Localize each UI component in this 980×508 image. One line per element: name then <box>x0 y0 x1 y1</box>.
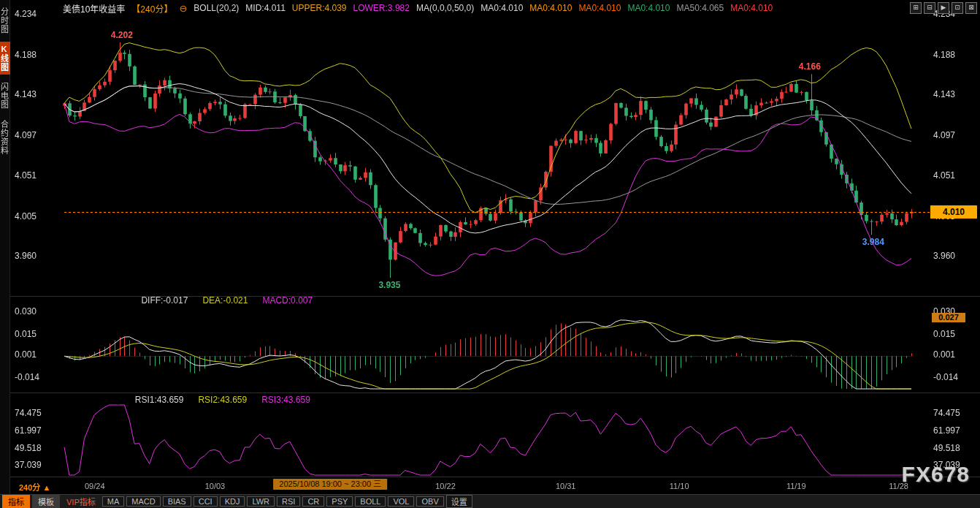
indicator-value: LOWER:3.982 <box>353 3 410 13</box>
macd-values: DIFF:-0.017DEA:-0.021MACD:0.007 <box>134 295 320 306</box>
last-price-badge: 4.010 <box>930 205 977 219</box>
toolbar-button[interactable]: PSY <box>326 496 353 507</box>
indicator-value: MA0:4.010 <box>529 3 572 13</box>
toolbar-button[interactable]: OBV <box>416 496 443 507</box>
window-control-icon-1[interactable]: ⊞ <box>910 2 922 14</box>
toolbar-button[interactable]: MA <box>102 496 125 507</box>
macd-panel-header: MACD(26,12,9)DIFF:-0.017DEA:-0.021MACD:0… <box>66 295 327 306</box>
rsi-values: RSI1:43.659RSI2:43.659RSI3:43.659 <box>128 395 318 405</box>
panel-indicator-value: RSI1:43.659 <box>135 395 184 405</box>
sidebar-tab[interactable]: 合约资料 <box>0 117 10 158</box>
toolbar-button[interactable]: KDJ <box>220 496 245 507</box>
panel-indicator-value: RSI2:43.659 <box>198 395 247 405</box>
bottom-period-label[interactable]: 240分 ▲ <box>19 481 50 493</box>
indicator-value: MA0:4.010 <box>627 3 670 13</box>
toolbar-button[interactable]: CR <box>302 496 324 507</box>
indicator-value: MA0:4.010 <box>730 3 773 13</box>
chart-title: 美债10年收益率 <box>63 2 125 15</box>
indicator-value: UPPER:4.039 <box>292 3 347 13</box>
indicator-value: MA0:4.010 <box>481 3 523 13</box>
indicator-value: MA0:4.010 <box>578 3 621 13</box>
toolbar-button[interactable]: MACD <box>126 496 160 507</box>
period-tag: 【240分】 <box>131 2 172 15</box>
candlestick-chart-canvas[interactable] <box>0 0 980 508</box>
chart-type-sidebar: 分时图K线图闪电图合约资料 <box>0 0 10 508</box>
window-control-icon-4[interactable]: ⊡ <box>952 2 963 14</box>
toolbar-button[interactable]: RSI <box>277 496 300 507</box>
indicator-value: MA50:4.065 <box>676 3 724 13</box>
toolbar-button[interactable]: BIAS <box>163 496 191 507</box>
panel-indicator-value: RSI3:43.659 <box>261 395 310 405</box>
indicator-toolbar: 指标模板VIP指标MAMACDBIASCCIKDJLWRRSICRPSYBOLL… <box>0 494 980 508</box>
toolbar-button[interactable]: 设置 <box>446 495 472 508</box>
indicator-value: MA(0,0,0,50,0) <box>416 3 474 13</box>
toolbar-button[interactable]: VIP指标 <box>62 495 100 508</box>
toolbar-button[interactable]: 模板 <box>32 495 60 508</box>
toolbar-button[interactable]: LWR <box>247 496 275 507</box>
toolbar-button[interactable]: BOLL <box>355 496 386 507</box>
toolbar-button[interactable]: VOL <box>388 496 414 507</box>
crosshair-date-badge: 2025/10/08 19:00 ~ 23:00 三 <box>273 479 387 490</box>
sidebar-tab[interactable]: 闪电图 <box>0 80 10 112</box>
cycle-link-icon[interactable]: ⊖ <box>179 3 187 14</box>
panel-indicator-value: MACD:0.007 <box>262 295 313 306</box>
indicator-value: MID:4.011 <box>245 3 285 13</box>
macd-label: MACD(26,12,9) <box>66 295 126 306</box>
rsi-panel-header: RSI(14,14,14)RSI1:43.659RSI2:43.659RSI3:… <box>66 395 325 405</box>
panel-indicator-value: DIFF:-0.017 <box>141 295 188 306</box>
window-control-icon-2[interactable]: ⊟ <box>924 2 935 14</box>
indicator-header-bar: 美债10年收益率 【240分】 ⊖ BOLL(20,2)MID:4.011UPP… <box>10 0 980 16</box>
window-controls: ⊞⊟▶⊡⊠ <box>910 2 977 14</box>
window-control-icon-3[interactable]: ▶ <box>938 2 949 14</box>
indicator-value: BOLL(20,2) <box>194 3 239 13</box>
toolbar-button[interactable]: 指标 <box>2 495 30 508</box>
panel-indicator-value: DEA:-0.021 <box>202 295 248 306</box>
sidebar-tab[interactable]: K线图 <box>0 42 10 75</box>
fx678-watermark: FX678 <box>902 462 970 487</box>
window-control-icon-5[interactable]: ⊠ <box>965 2 977 14</box>
indicator-values: BOLL(20,2)MID:4.011UPPER:4.039LOWER:3.98… <box>194 3 779 13</box>
macd-value-badge: 0.027 <box>932 313 965 322</box>
rsi-label: RSI(14,14,14) <box>66 395 120 405</box>
sidebar-tab[interactable]: 分时图 <box>0 4 10 37</box>
toolbar-button[interactable]: CCI <box>194 496 218 507</box>
